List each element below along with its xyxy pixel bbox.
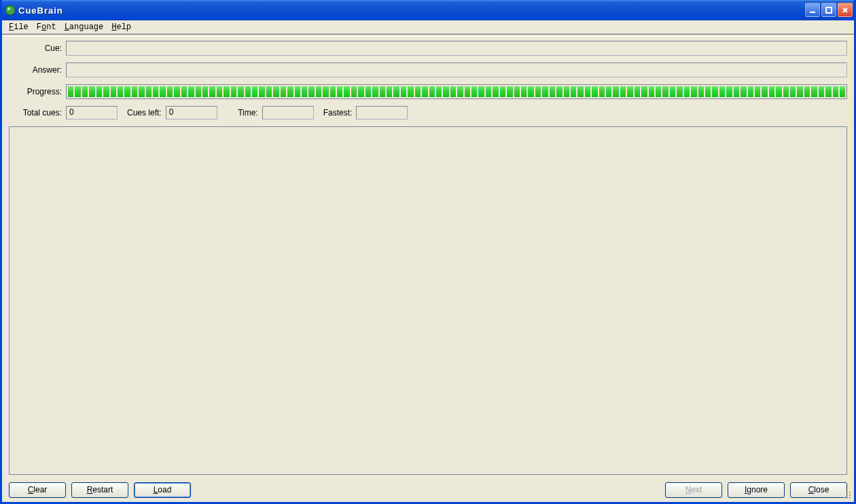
svg-rect-11: [849, 497, 851, 499]
progress-segment: [337, 86, 342, 97]
progress-segment: [358, 86, 363, 97]
cue-field[interactable]: [66, 41, 847, 56]
progress-segment: [302, 86, 307, 97]
progress-segment: [471, 86, 477, 97]
cues-left-label: Cues left:: [127, 108, 166, 118]
svg-rect-9: [844, 497, 845, 499]
progress-segment: [323, 86, 328, 97]
progress-segment: [387, 86, 392, 97]
progress-segment: [68, 86, 73, 97]
main-textarea[interactable]: [9, 126, 847, 475]
progress-segment: [308, 86, 314, 97]
progress-segment: [450, 86, 456, 97]
progress-segment: [776, 86, 781, 97]
progress-segment: [457, 86, 463, 97]
progress-segment: [606, 86, 611, 97]
titlebar[interactable]: CueBrain: [2, 0, 854, 20]
progress-segment: [514, 86, 520, 97]
progress-segment: [556, 86, 562, 97]
progress-segment: [719, 86, 725, 97]
progress-segment: [259, 86, 264, 97]
progress-segment: [238, 86, 243, 97]
progress-segment: [599, 86, 605, 97]
close-button[interactable]: Close: [790, 482, 847, 498]
progress-segment: [804, 86, 810, 97]
progress-segment: [82, 86, 88, 97]
progress-segment: [281, 86, 286, 97]
progress-segment: [734, 86, 739, 97]
menu-language[interactable]: Language: [60, 22, 108, 33]
cue-row: Cue:: [9, 41, 847, 56]
time-label: Time:: [227, 108, 262, 118]
progress-label: Progress:: [9, 87, 66, 96]
cues-left-field: 0: [166, 106, 217, 120]
progress-segment: [825, 86, 831, 97]
progress-segment: [408, 86, 413, 97]
progress-segment: [577, 86, 583, 97]
progress-segment: [592, 86, 597, 97]
svg-rect-10: [846, 497, 848, 499]
progress-segment: [762, 86, 767, 97]
app-window: CueBrain File Font Language Help Cue:: [0, 0, 856, 504]
resize-grip-icon[interactable]: [842, 490, 852, 500]
minimize-button[interactable]: [805, 3, 820, 17]
svg-rect-2: [810, 12, 815, 13]
progress-segment: [196, 86, 201, 97]
progress-segment: [103, 86, 109, 97]
progress-segment: [684, 86, 690, 97]
menu-help[interactable]: Help: [107, 22, 135, 33]
menubar: File Font Language Help: [2, 20, 854, 34]
svg-point-1: [7, 7, 10, 10]
progress-segment: [224, 86, 229, 97]
progress-segment: [217, 86, 222, 97]
progress-segment: [429, 86, 435, 97]
progress-segment: [380, 86, 385, 97]
progress-segment: [677, 86, 682, 97]
progress-segment: [266, 86, 272, 97]
menu-file[interactable]: File: [5, 22, 33, 33]
progress-row: Progress:: [9, 84, 847, 99]
progress-segment: [500, 86, 505, 97]
progress-segment: [174, 86, 179, 97]
progress-segment: [698, 86, 704, 97]
progress-segment: [160, 86, 165, 97]
progress-segment: [202, 86, 208, 97]
svg-rect-8: [849, 494, 851, 496]
progress-segment: [741, 86, 746, 97]
progress-segment: [188, 86, 194, 97]
menu-font[interactable]: Font: [33, 22, 60, 33]
progress-segment: [748, 86, 753, 97]
progress-segment: [783, 86, 789, 97]
progress-segment: [415, 86, 421, 97]
progress-segment: [620, 86, 626, 97]
progress-segment: [790, 86, 796, 97]
next-button[interactable]: Next: [665, 482, 722, 498]
progress-segment: [811, 86, 817, 97]
restart-button[interactable]: Restart: [71, 482, 128, 498]
svg-rect-6: [849, 492, 851, 493]
app-icon: [5, 5, 16, 16]
button-row: Clear Restart Load Next Ignore Close: [9, 480, 847, 499]
progress-segment: [287, 86, 293, 97]
progress-segment: [726, 86, 732, 97]
progress-segment: [401, 86, 406, 97]
clear-button[interactable]: Clear: [9, 482, 66, 498]
progress-segment: [542, 86, 548, 97]
progress-segment: [641, 86, 647, 97]
ignore-button[interactable]: Ignore: [728, 482, 785, 498]
svg-rect-7: [846, 494, 848, 496]
progress-segment: [613, 86, 618, 97]
maximize-button[interactable]: [821, 3, 836, 17]
time-field: [262, 106, 314, 120]
progress-segment: [627, 86, 632, 97]
progress-segment: [662, 86, 668, 97]
svg-point-0: [5, 5, 15, 15]
answer-field[interactable]: [66, 62, 847, 77]
svg-rect-3: [826, 7, 832, 13]
progress-bar: [66, 84, 847, 99]
close-window-button[interactable]: [838, 3, 853, 17]
progress-segment: [111, 86, 116, 97]
progress-segment: [478, 86, 484, 97]
progress-segment: [153, 86, 158, 97]
load-button[interactable]: Load: [134, 482, 191, 498]
